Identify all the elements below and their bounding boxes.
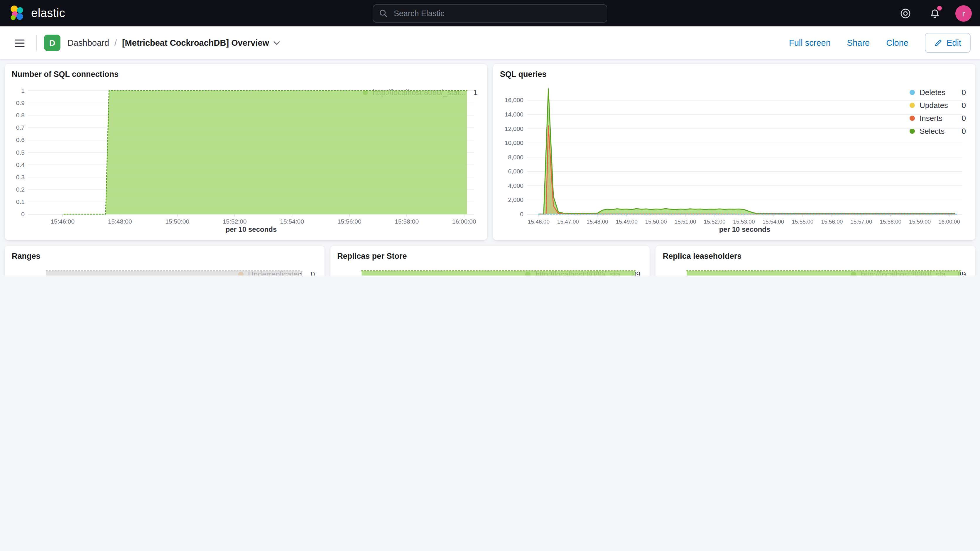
svg-text:15:52:00: 15:52:00	[223, 218, 247, 225]
panel-ranges: Ranges 0102030405060708015:46:0015:48:00…	[5, 246, 324, 276]
share-button[interactable]: Share	[847, 38, 870, 48]
dashboard-toolbar: D Dashboard / [Metricbeat CockroachDB] O…	[0, 26, 980, 59]
breadcrumb: Dashboard / [Metricbeat CockroachDB] Ove…	[67, 38, 280, 48]
chart-replicas-per-store[interactable]: 0102030405060708015:46:0015:49:0015:52:0…	[337, 262, 525, 276]
svg-text:15:51:00: 15:51:00	[675, 218, 696, 225]
elastic-logo-icon	[8, 5, 26, 22]
svg-text:6,000: 6,000	[508, 168, 523, 175]
chart-sql-queries[interactable]: 02,0004,0006,0008,00010,00012,00014,0001…	[500, 80, 910, 234]
chart-number-of-sql-connections[interactable]: 00.10.20.30.40.50.60.70.80.9115:46:0015:…	[12, 80, 363, 234]
svg-text:15:52:00: 15:52:00	[704, 218, 725, 225]
svg-text:0.2: 0.2	[16, 186, 25, 193]
svg-text:0.8: 0.8	[16, 112, 25, 118]
svg-text:14,000: 14,000	[505, 111, 523, 118]
breadcrumb-dashboard-link[interactable]: Dashboard	[67, 38, 109, 48]
panel-replicas-per-store: Replicas per Store 0102030405060708015:4…	[330, 246, 650, 276]
brand-wordmark: elastic	[31, 6, 65, 20]
svg-text:15:48:00: 15:48:00	[108, 218, 132, 225]
search-icon	[379, 9, 388, 18]
panel-title: SQL queries	[500, 70, 968, 79]
help-button[interactable]	[897, 5, 914, 22]
svg-text:0.3: 0.3	[16, 174, 25, 180]
svg-text:16:00:00: 16:00:00	[452, 218, 476, 225]
dashboard-grid: Number of SQL connections 00.10.20.30.40…	[0, 59, 980, 276]
edit-button-label: Edit	[947, 38, 961, 48]
svg-text:0.1: 0.1	[16, 198, 25, 205]
app-window: elastic	[0, 0, 980, 276]
panel-sql-queries: SQL queries 02,0004,0006,0008,00010,0001…	[493, 64, 975, 240]
svg-text:15:58:00: 15:58:00	[395, 218, 419, 225]
svg-text:15:48:00: 15:48:00	[587, 218, 608, 225]
menu-button[interactable]	[10, 33, 29, 53]
chevron-down-icon	[273, 41, 280, 45]
page-title-text: [Metricbeat CockroachDB] Overview	[122, 38, 269, 48]
svg-text:15:56:00: 15:56:00	[337, 218, 361, 225]
svg-text:per 10 seconds: per 10 seconds	[719, 225, 770, 233]
svg-text:15:54:00: 15:54:00	[280, 218, 304, 225]
svg-text:15:47:00: 15:47:00	[557, 218, 579, 225]
svg-text:per 10 seconds: per 10 seconds	[226, 225, 277, 233]
svg-text:15:58:00: 15:58:00	[880, 218, 901, 225]
svg-text:0: 0	[21, 211, 25, 217]
panel-title: Replicas per Store	[337, 252, 643, 261]
panel-replica-leaseholders: Replica leaseholders 0102030405060708015…	[656, 246, 975, 276]
svg-text:0.5: 0.5	[16, 149, 25, 156]
avatar-initial: r	[962, 8, 965, 18]
svg-text:0: 0	[520, 211, 523, 217]
chart-replica-leaseholders[interactable]: 0102030405060708015:46:0015:49:0015:52:0…	[663, 262, 851, 276]
chart-ranges[interactable]: 0102030405060708015:46:0015:48:0015:50:0…	[12, 262, 238, 276]
svg-text:16:00:00: 16:00:00	[938, 218, 960, 225]
svg-text:12,000: 12,000	[505, 125, 523, 132]
svg-text:15:46:00: 15:46:00	[528, 218, 550, 225]
svg-text:15:50:00: 15:50:00	[645, 218, 667, 225]
svg-text:15:49:00: 15:49:00	[616, 218, 638, 225]
clone-button[interactable]: Clone	[886, 38, 908, 48]
svg-text:15:46:00: 15:46:00	[51, 218, 75, 225]
app-badge-letter: D	[49, 38, 55, 48]
svg-text:15:57:00: 15:57:00	[850, 218, 872, 225]
svg-text:8,000: 8,000	[508, 154, 523, 161]
svg-text:15:55:00: 15:55:00	[792, 218, 813, 225]
hamburger-icon	[14, 38, 24, 47]
svg-text:16,000: 16,000	[505, 97, 523, 103]
panel-title: Ranges	[12, 252, 317, 261]
page-title[interactable]: [Metricbeat CockroachDB] Overview	[122, 38, 280, 48]
panel-title: Number of SQL connections	[12, 70, 480, 79]
svg-text:15:56:00: 15:56:00	[821, 218, 843, 225]
help-icon	[900, 8, 911, 19]
top-nav-right: r	[897, 5, 972, 22]
svg-text:15:53:00: 15:53:00	[733, 218, 755, 225]
toolbar-divider	[37, 35, 37, 51]
svg-text:0.4: 0.4	[16, 161, 25, 168]
breadcrumb-separator: /	[115, 38, 117, 48]
svg-text:2,000: 2,000	[508, 196, 523, 203]
svg-text:15:54:00: 15:54:00	[762, 218, 784, 225]
svg-text:15:50:00: 15:50:00	[165, 218, 189, 225]
svg-text:0.6: 0.6	[16, 137, 25, 143]
svg-text:1: 1	[21, 87, 25, 94]
top-navigation-bar: elastic	[0, 0, 980, 26]
edit-button[interactable]: Edit	[925, 33, 970, 53]
svg-text:0.9: 0.9	[16, 99, 25, 106]
svg-text:15:59:00: 15:59:00	[909, 218, 931, 225]
avatar[interactable]: r	[955, 5, 972, 21]
toolbar-actions: Full screen Share Clone Edit	[789, 33, 970, 53]
pencil-icon	[934, 39, 942, 47]
svg-text:10,000: 10,000	[505, 139, 523, 146]
svg-text:4,000: 4,000	[508, 182, 523, 189]
panel-title: Replica leaseholders	[663, 252, 968, 261]
global-search[interactable]	[372, 4, 608, 22]
full-screen-button[interactable]: Full screen	[789, 38, 830, 48]
panel-number-of-sql-connections: Number of SQL connections 00.10.20.30.40…	[5, 64, 487, 240]
elastic-brand[interactable]: elastic	[8, 5, 65, 22]
dashboard-app-badge[interactable]: D	[44, 35, 60, 51]
search-input[interactable]	[393, 8, 601, 18]
svg-text:0.7: 0.7	[16, 124, 25, 131]
newsfeed-button[interactable]	[926, 5, 943, 22]
notification-dot	[937, 6, 942, 10]
